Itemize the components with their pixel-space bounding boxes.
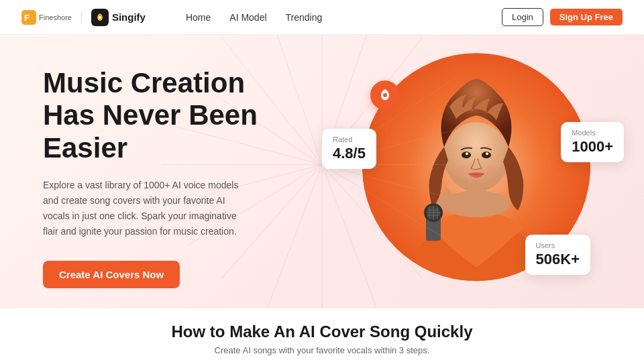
nav-link-home[interactable]: Home (186, 12, 211, 23)
cta-button[interactable]: Create AI Covers Now (43, 261, 180, 288)
stat-card-rated: Rated 4.8/5 (322, 129, 376, 169)
fineshare-label: Fineshore (39, 13, 72, 21)
logo-group: F Fineshore Singify (21, 9, 146, 26)
nav-actions: Login Sign Up Free (502, 8, 623, 26)
svg-line-11 (322, 165, 423, 279)
svg-line-12 (322, 165, 376, 306)
bottom-section: How to Make An AI Cover Song Quickly Cre… (0, 308, 644, 362)
svg-text:F: F (24, 13, 30, 23)
signup-button[interactable]: Sign Up Free (550, 9, 623, 25)
stat-rated-value: 4.8/5 (333, 145, 366, 162)
singify-icon-svg (95, 12, 105, 23)
singify-circle-badge (370, 80, 400, 110)
navbar: F Fineshore Singify Home AI Model Trendi… (0, 0, 644, 35)
bottom-title: How to Make An AI Cover Song Quickly (172, 322, 473, 341)
singify-logo[interactable]: Singify (91, 9, 146, 26)
nav-link-trending[interactable]: Trending (286, 12, 323, 23)
hero-description: Explore a vast library of 1000+ AI voice… (43, 178, 244, 239)
singify-app-icon (91, 9, 109, 26)
stat-card-models: Models 1000+ (561, 122, 624, 162)
stat-users-label: Users (536, 241, 580, 249)
fineshare-icon: F (21, 10, 36, 25)
singify-badge-icon (377, 87, 393, 103)
stat-models-label: Models (572, 129, 613, 137)
svg-point-2 (99, 16, 101, 19)
hero-title-line3: Easier (43, 132, 127, 164)
login-button[interactable]: Login (502, 8, 543, 26)
nav-logo-divider (81, 11, 82, 23)
hero-title: Music Creation Has Never Been Easier (43, 67, 309, 164)
stat-rated-label: Rated (333, 135, 366, 143)
stat-card-users: Users 506K+ (525, 235, 590, 275)
singify-label: Singify (112, 11, 146, 23)
svg-line-9 (322, 165, 476, 205)
hero-title-line1: Music Creation (43, 67, 245, 99)
stat-models-value: 1000+ (572, 138, 613, 156)
hero-section: Music Creation Has Never Been Easier Exp… (0, 35, 644, 308)
stat-users-value: 506K+ (536, 251, 580, 268)
bottom-subtitle: Create AI songs with your favorite vocal… (215, 345, 430, 355)
svg-line-10 (322, 165, 456, 245)
nav-links: Home AI Model Trending (186, 12, 322, 23)
fineshare-logo[interactable]: F Fineshore (21, 10, 72, 25)
nav-link-ai-model[interactable]: AI Model (229, 12, 266, 23)
svg-point-43 (383, 93, 387, 97)
hero-left: Music Creation Has Never Been Easier Exp… (0, 35, 309, 308)
hero-title-line2: Has Never Been (43, 99, 258, 131)
